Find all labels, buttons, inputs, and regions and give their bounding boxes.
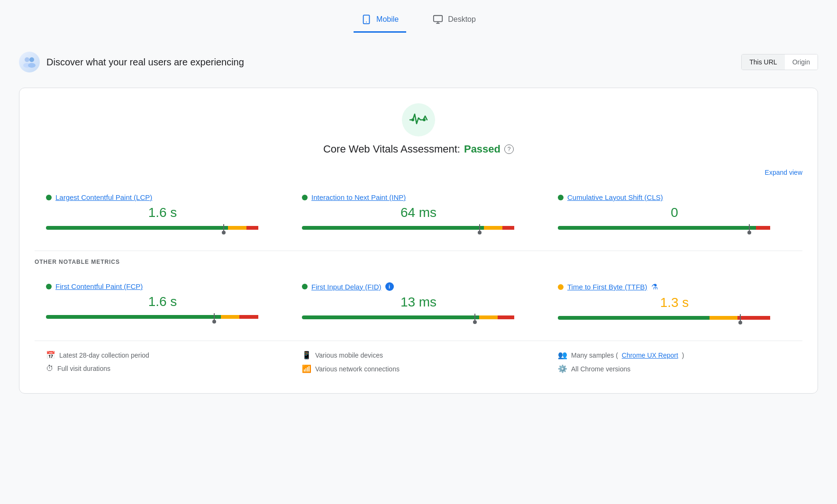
avatar xyxy=(19,52,40,72)
svg-rect-2 xyxy=(434,16,442,22)
desktop-tab-label: Desktop xyxy=(448,15,476,24)
svg-point-9 xyxy=(411,118,414,121)
inp-bar-orange xyxy=(484,226,502,230)
ttfb-bar-orange xyxy=(710,316,737,320)
inp-bar xyxy=(302,226,535,230)
fcp-name[interactable]: First Contentful Paint (FCP) xyxy=(55,282,143,290)
other-metrics-label: OTHER NOTABLE METRICS xyxy=(35,259,802,265)
fid-name[interactable]: First Input Delay (FID) xyxy=(311,283,382,291)
lcp-value: 1.6 s xyxy=(46,205,279,220)
calendar-icon: 📅 xyxy=(46,351,55,360)
ttfb-bar xyxy=(558,316,791,320)
main-card: Core Web Vitals Assessment: Passed ? Exp… xyxy=(19,88,818,394)
timer-icon: ⏱ xyxy=(46,364,54,373)
fid-value: 13 ms xyxy=(302,295,535,310)
metric-inp-label: Interaction to Next Paint (INP) xyxy=(302,193,535,201)
fid-status-dot xyxy=(302,284,308,289)
chrome-icon: ⚙️ xyxy=(558,364,567,373)
cls-bar-red xyxy=(756,226,770,230)
footer-mobile-text: Various mobile devices xyxy=(315,351,383,359)
footer-mobile-devices: 📱 Various mobile devices xyxy=(302,351,535,360)
network-icon: 📶 xyxy=(302,364,311,373)
header-section: Discover what your real users are experi… xyxy=(19,44,818,80)
metric-cls-label: Cumulative Layout Shift (CLS) xyxy=(558,193,791,201)
footer-collection-period: 📅 Latest 28-day collection period xyxy=(46,351,279,360)
assessment-help-icon[interactable]: ? xyxy=(504,144,514,154)
page-title: Discover what your real users are experi… xyxy=(46,57,244,68)
url-origin-toggle: This URL Origin xyxy=(741,54,818,70)
fid-bar-red xyxy=(498,315,514,319)
ttfb-bar-green xyxy=(558,316,710,320)
metric-lcp: Largest Contentful Paint (LCP) 1.6 s xyxy=(35,186,291,239)
core-metrics-grid: Largest Contentful Paint (LCP) 1.6 s Int… xyxy=(35,186,802,239)
ttfb-bar-red xyxy=(737,316,770,320)
metric-inp: Interaction to Next Paint (INP) 64 ms xyxy=(291,186,546,239)
fid-info-icon[interactable]: i xyxy=(385,282,394,291)
lcp-name[interactable]: Largest Contentful Paint (LCP) xyxy=(55,193,152,201)
tab-mobile[interactable]: Mobile xyxy=(354,9,406,33)
fcp-bar-orange xyxy=(221,315,239,319)
divider xyxy=(35,251,802,251)
lcp-bar xyxy=(46,226,279,230)
cls-value: 0 xyxy=(558,205,791,220)
footer-visit-text: Full visit durations xyxy=(57,365,110,372)
cls-status-dot xyxy=(558,195,564,200)
assessment-header: Core Web Vitals Assessment: Passed ? xyxy=(35,103,802,155)
svg-point-10 xyxy=(423,118,426,121)
fcp-bar-green xyxy=(46,315,221,319)
footer-col-2: 📱 Various mobile devices 📶 Various netwo… xyxy=(291,351,546,378)
expand-view-button[interactable]: Expand view xyxy=(35,169,802,176)
ttfb-name[interactable]: Time to First Byte (TTFB) xyxy=(567,283,647,291)
cls-bar-green xyxy=(558,226,756,230)
footer-collection-text: Latest 28-day collection period xyxy=(59,351,149,359)
fcp-marker xyxy=(214,313,215,321)
mobile-tab-label: Mobile xyxy=(376,15,399,24)
header-left: Discover what your real users are experi… xyxy=(19,52,244,72)
cls-name[interactable]: Cumulative Layout Shift (CLS) xyxy=(567,193,663,201)
fid-marker xyxy=(474,314,475,321)
svg-point-8 xyxy=(28,63,36,68)
footer-col-1: 📅 Latest 28-day collection period ⏱ Full… xyxy=(35,351,291,378)
footer-network-text: Various network connections xyxy=(315,365,400,373)
fcp-value: 1.6 s xyxy=(46,294,279,309)
origin-button[interactable]: Origin xyxy=(785,54,818,70)
tab-desktop[interactable]: Desktop xyxy=(425,9,483,33)
samples-icon: 👥 xyxy=(558,351,567,360)
ttfb-status-dot xyxy=(558,284,564,290)
footer-samples-suffix: ) xyxy=(682,351,684,359)
metric-fcp: First Contentful Paint (FCP) 1.6 s xyxy=(35,275,291,329)
other-metrics-grid: First Contentful Paint (FCP) 1.6 s First xyxy=(35,275,802,329)
metric-fcp-label: First Contentful Paint (FCP) xyxy=(46,282,279,290)
ttfb-marker xyxy=(740,314,741,322)
fcp-status-dot xyxy=(46,284,52,289)
fcp-bar-red xyxy=(239,315,258,319)
footer-samples-prefix: Many samples ( xyxy=(571,351,618,359)
url-button[interactable]: This URL xyxy=(742,54,784,70)
mobile-devices-icon: 📱 xyxy=(302,351,311,360)
fid-bar-orange xyxy=(479,315,498,319)
tabs-container: Mobile Desktop xyxy=(19,9,818,33)
vitals-icon xyxy=(408,109,429,130)
fcp-bar xyxy=(46,315,279,319)
flask-icon: ⚗ xyxy=(651,282,658,291)
lcp-status-dot xyxy=(46,195,52,200)
desktop-icon xyxy=(433,14,443,25)
inp-bar-red xyxy=(502,226,514,230)
lcp-bar-red xyxy=(246,226,258,230)
page-container: Mobile Desktop Discover what your real u… xyxy=(0,0,837,403)
metric-cls: Cumulative Layout Shift (CLS) 0 xyxy=(546,186,802,239)
footer-network: 📶 Various network connections xyxy=(302,364,535,373)
ttfb-value: 1.3 s xyxy=(558,295,791,310)
lcp-bar-orange xyxy=(228,226,246,230)
inp-marker xyxy=(479,224,480,232)
inp-status-dot xyxy=(302,195,308,200)
metric-fid: First Input Delay (FID) i 13 ms xyxy=(291,275,546,329)
inp-bar-green xyxy=(302,226,484,230)
lcp-bar-green xyxy=(46,226,228,230)
chrome-ux-report-link[interactable]: Chrome UX Report xyxy=(622,351,678,359)
footer-chrome-versions: ⚙️ All Chrome versions xyxy=(558,364,791,373)
footer-col-3: 👥 Many samples (Chrome UX Report) ⚙️ All… xyxy=(546,351,802,378)
inp-value: 64 ms xyxy=(302,205,535,220)
inp-name[interactable]: Interaction to Next Paint (INP) xyxy=(311,193,406,201)
assessment-title: Core Web Vitals Assessment: Passed ? xyxy=(323,143,514,155)
